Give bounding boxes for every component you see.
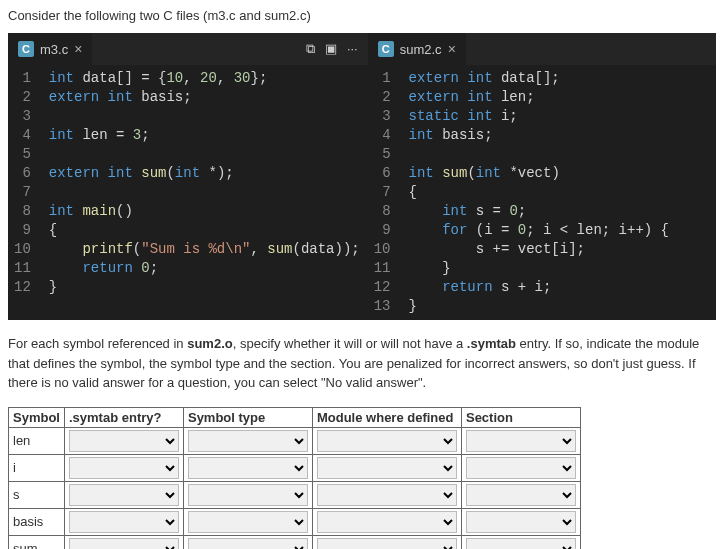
select-sum-symtab[interactable] — [69, 538, 179, 550]
tab-label-left: m3.c — [40, 42, 68, 57]
question-intro: Consider the following two C files (m3.c… — [8, 8, 716, 23]
tab-bar-right: C sum2.c × — [368, 33, 716, 65]
close-icon[interactable]: × — [448, 41, 456, 57]
editor-pane-left: C m3.c × ⧉ ▣ ··· 123 456 789 101112 int … — [8, 33, 368, 320]
tab-sum2c[interactable]: C sum2.c × — [368, 33, 466, 65]
select-s-symtab[interactable] — [69, 484, 179, 506]
table-row: s — [9, 481, 581, 508]
symbol-s: s — [9, 481, 65, 508]
select-basis-module[interactable] — [317, 511, 457, 533]
select-s-type[interactable] — [188, 484, 308, 506]
split-icon[interactable]: ▣ — [325, 41, 337, 57]
tab-label-right: sum2.c — [400, 42, 442, 57]
select-i-section[interactable] — [466, 457, 576, 479]
select-sum-module[interactable] — [317, 538, 457, 550]
symbol-sum: sum — [9, 535, 65, 549]
select-len-module[interactable] — [317, 430, 457, 452]
tab-bar-left: C m3.c × ⧉ ▣ ··· — [8, 33, 368, 65]
line-gutter-right: 123 456 789 101112 13 — [368, 65, 401, 320]
select-basis-symtab[interactable] — [69, 511, 179, 533]
col-section: Section — [461, 407, 580, 427]
select-i-type[interactable] — [188, 457, 308, 479]
col-symtab: .symtab entry? — [64, 407, 183, 427]
select-len-type[interactable] — [188, 430, 308, 452]
select-sum-section[interactable] — [466, 538, 576, 550]
close-icon[interactable]: × — [74, 41, 82, 57]
line-gutter-left: 123 456 789 101112 — [8, 65, 41, 301]
tab-m3c[interactable]: C m3.c × — [8, 33, 92, 65]
symbol-i: i — [9, 454, 65, 481]
editor-area: C m3.c × ⧉ ▣ ··· 123 456 789 101112 int … — [8, 33, 716, 320]
select-sum-type[interactable] — [188, 538, 308, 550]
select-s-module[interactable] — [317, 484, 457, 506]
table-row: len — [9, 427, 581, 454]
select-basis-type[interactable] — [188, 511, 308, 533]
more-icon[interactable]: ··· — [347, 41, 358, 57]
answer-table: Symbol .symtab entry? Symbol type Module… — [8, 407, 581, 550]
select-i-module[interactable] — [317, 457, 457, 479]
c-file-icon: C — [18, 41, 34, 57]
symbol-len: len — [9, 427, 65, 454]
select-len-section[interactable] — [466, 430, 576, 452]
col-symbol: Symbol — [9, 407, 65, 427]
select-len-symtab[interactable] — [69, 430, 179, 452]
table-row: basis — [9, 508, 581, 535]
compare-icon[interactable]: ⧉ — [306, 41, 315, 57]
select-i-symtab[interactable] — [69, 457, 179, 479]
select-basis-section[interactable] — [466, 511, 576, 533]
c-file-icon: C — [378, 41, 394, 57]
table-row: sum — [9, 535, 581, 549]
editor-pane-right: C sum2.c × 123 456 789 101112 13 extern … — [368, 33, 716, 320]
col-type: Symbol type — [183, 407, 312, 427]
table-row: i — [9, 454, 581, 481]
symbol-basis: basis — [9, 508, 65, 535]
instructions-text: For each symbol referenced in sum2.o, sp… — [8, 334, 716, 393]
code-left: int data[] = {10, 20, 30}; extern int ba… — [41, 65, 368, 301]
code-right: extern int data[]; extern int len; stati… — [401, 65, 677, 320]
select-s-section[interactable] — [466, 484, 576, 506]
col-module: Module where defined — [312, 407, 461, 427]
